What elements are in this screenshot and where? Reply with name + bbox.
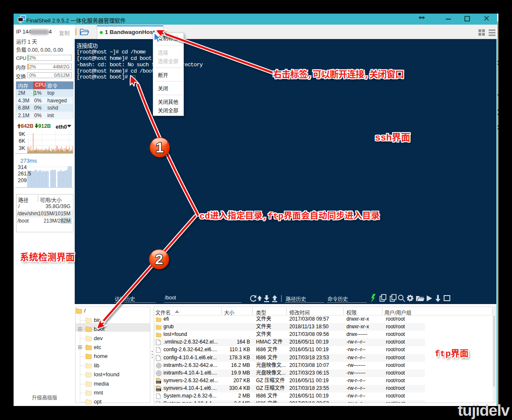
svg-text:GZ: GZ xyxy=(157,389,160,391)
svg-text:GZ: GZ xyxy=(157,381,160,383)
